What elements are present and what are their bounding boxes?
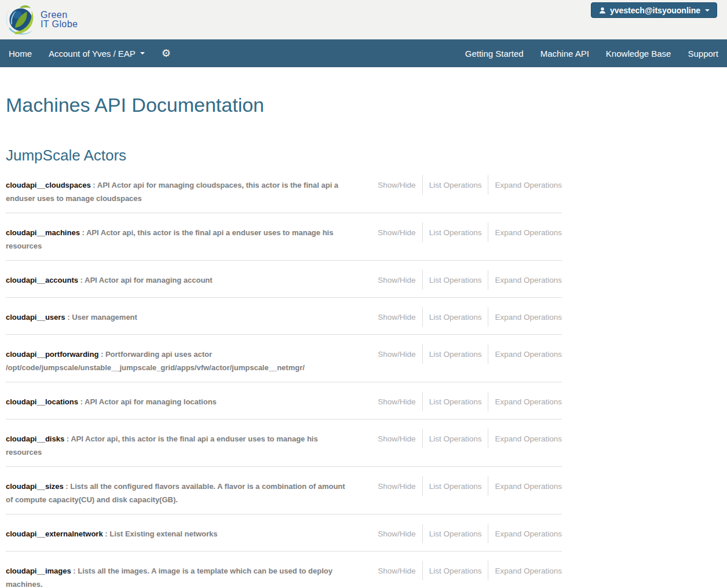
actor-separator: : [65, 313, 72, 322]
caret-down-icon [140, 52, 145, 54]
user-icon [598, 6, 607, 14]
expand-operations-link[interactable]: Expand Operations [488, 567, 562, 575]
actor-actions: Show/Hide List Operations Expand Operati… [378, 561, 562, 580]
site-header: Green IT Globe yvestech@itsyouonline [0, 0, 727, 39]
user-menu-button[interactable]: yvestech@itsyouonline [591, 2, 717, 18]
expand-operations-link[interactable]: Expand Operations [488, 276, 562, 284]
list-operations-link[interactable]: List Operations [423, 529, 488, 538]
actor-row: cloudapi__images : Lists all the images.… [6, 552, 562, 588]
actor-name-link[interactable]: cloudapi__machines [6, 228, 80, 237]
actor-separator: : [103, 529, 110, 538]
actor-row: cloudapi__portforwarding : Portforwardin… [6, 335, 562, 382]
expand-operations-link[interactable]: Expand Operations [488, 482, 562, 491]
actor-separator: : [98, 350, 105, 359]
show-hide-link[interactable]: Show/Hide [378, 397, 422, 406]
actor-heading: cloudapi__cloudspaces : API Actor api fo… [6, 178, 346, 205]
expand-operations-link[interactable]: Expand Operations [488, 313, 562, 322]
main-content: Machines API Documentation JumpScale Act… [0, 94, 727, 588]
actor-actions: Show/Hide List Operations Expand Operati… [378, 222, 562, 242]
list-operations-link[interactable]: List Operations [423, 350, 488, 359]
actor-heading: cloudapi__sizes : Lists all the configur… [6, 480, 346, 506]
show-hide-link[interactable]: Show/Hide [378, 567, 422, 575]
actor-separator: : [71, 567, 78, 575]
actor-actions: Show/Hide List Operations Expand Operati… [378, 429, 562, 448]
expand-operations-link[interactable]: Expand Operations [488, 397, 562, 406]
actor-name-link[interactable]: cloudapi__images [6, 567, 71, 575]
list-operations-link[interactable]: List Operations [423, 313, 488, 322]
actor-row: cloudapi__disks : API Actor api, this ac… [6, 419, 562, 467]
actor-separator: : [80, 228, 86, 237]
list-operations-link[interactable]: List Operations [423, 181, 488, 189]
actor-description: User management [72, 313, 137, 322]
show-hide-link[interactable]: Show/Hide [378, 228, 422, 237]
list-operations-link[interactable]: List Operations [423, 276, 488, 284]
actor-separator: : [91, 181, 97, 189]
actor-name-link[interactable]: cloudapi__locations [6, 397, 78, 406]
actor-row: cloudapi__accounts : API Actor api for m… [6, 261, 562, 298]
actor-actions: Show/Hide List Operations Expand Operati… [378, 307, 562, 327]
expand-operations-link[interactable]: Expand Operations [488, 529, 562, 538]
section-title: JumpScale Actors [6, 147, 727, 165]
actor-actions: Show/Hide List Operations Expand Operati… [378, 175, 562, 195]
actor-row: cloudapi__machines : API Actor api, this… [6, 213, 562, 261]
actor-heading: cloudapi__accounts : API Actor api for m… [6, 273, 346, 287]
nav-support[interactable]: Support [688, 49, 718, 59]
list-operations-link[interactable]: List Operations [423, 397, 488, 406]
show-hide-link[interactable]: Show/Hide [378, 276, 422, 284]
page-title: Machines API Documentation [6, 94, 727, 116]
show-hide-link[interactable]: Show/Hide [378, 529, 422, 538]
actor-heading: cloudapi__disks : API Actor api, this ac… [6, 432, 346, 459]
actor-actions: Show/Hide List Operations Expand Operati… [378, 476, 562, 496]
actor-row: cloudapi__cloudspaces : API Actor api fo… [6, 166, 562, 213]
show-hide-link[interactable]: Show/Hide [378, 313, 422, 322]
actor-actions: Show/Hide List Operations Expand Operati… [378, 524, 562, 543]
actor-name-link[interactable]: cloudapi__sizes [6, 482, 64, 491]
actor-name-link[interactable]: cloudapi__cloudspaces [6, 181, 91, 189]
user-menu-label: yvestech@itsyouonline [610, 6, 700, 15]
nav-getting-started[interactable]: Getting Started [465, 49, 524, 59]
nav-account-dropdown[interactable]: Account of Yves / EAP [49, 49, 145, 59]
actor-row: cloudapi__externalnetwork : List Existin… [6, 514, 562, 552]
list-operations-link[interactable]: List Operations [423, 228, 488, 237]
actor-separator: : [78, 397, 85, 406]
actor-description: API Actor api for managing locations [85, 397, 217, 406]
show-hide-link[interactable]: Show/Hide [378, 434, 422, 443]
logo-text-line2: IT Globe [41, 20, 78, 29]
actor-name-link[interactable]: cloudapi__externalnetwork [6, 529, 103, 538]
show-hide-link[interactable]: Show/Hide [378, 350, 422, 359]
actor-name-link[interactable]: cloudapi__accounts [6, 276, 78, 284]
list-operations-link[interactable]: List Operations [423, 567, 488, 575]
actor-separator: : [78, 276, 85, 284]
expand-operations-link[interactable]: Expand Operations [488, 350, 562, 359]
actor-actions: Show/Hide List Operations Expand Operati… [378, 344, 562, 364]
logo-text: Green IT Globe [41, 10, 78, 29]
show-hide-link[interactable]: Show/Hide [378, 482, 422, 491]
expand-operations-link[interactable]: Expand Operations [488, 228, 562, 237]
list-operations-link[interactable]: List Operations [423, 482, 488, 491]
expand-operations-link[interactable]: Expand Operations [488, 434, 562, 443]
actor-actions: Show/Hide List Operations Expand Operati… [378, 270, 562, 290]
actor-row: cloudapi__locations : API Actor api for … [6, 382, 562, 419]
site-logo[interactable]: Green IT Globe [5, 3, 78, 36]
globe-icon [5, 3, 37, 36]
gear-icon: ⚙ [162, 48, 171, 59]
expand-operations-link[interactable]: Expand Operations [488, 181, 562, 189]
logo-text-line1: Green [41, 10, 78, 20]
actor-heading: cloudapi__images : Lists all the images.… [6, 564, 346, 588]
actor-list: cloudapi__cloudspaces : API Actor api fo… [6, 166, 562, 588]
actor-heading: cloudapi__locations : API Actor api for … [6, 395, 346, 408]
main-navbar: Home Account of Yves / EAP ⚙ Getting Sta… [0, 39, 727, 67]
nav-home[interactable]: Home [9, 49, 32, 59]
actor-separator: : [64, 482, 71, 491]
list-operations-link[interactable]: List Operations [423, 434, 488, 443]
nav-machine-api[interactable]: Machine API [540, 49, 589, 59]
actor-name-link[interactable]: cloudapi__disks [6, 434, 64, 443]
nav-settings-gear[interactable]: ⚙ [162, 48, 171, 59]
actor-heading: cloudapi__users : User management [6, 311, 346, 324]
actor-row: cloudapi__users : User management Show/H… [6, 298, 562, 335]
actor-name-link[interactable]: cloudapi__users [6, 313, 65, 322]
show-hide-link[interactable]: Show/Hide [378, 181, 422, 189]
nav-knowledge-base[interactable]: Knowledge Base [606, 49, 671, 59]
actor-name-link[interactable]: cloudapi__portforwarding [6, 350, 98, 359]
actor-row: cloudapi__sizes : Lists all the configur… [6, 467, 562, 514]
